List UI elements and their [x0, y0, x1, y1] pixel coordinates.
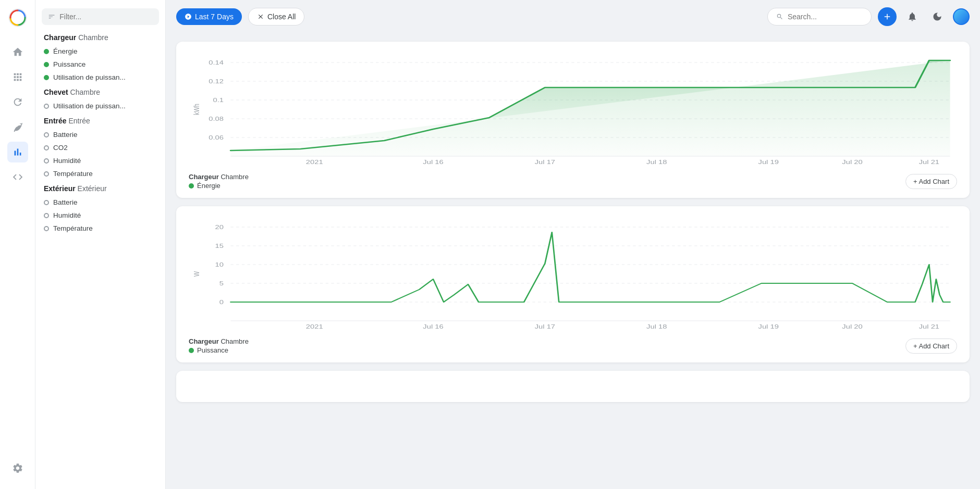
app-logo[interactable] — [8, 8, 27, 29]
chart-legend-energie: Chargeur Chambre Énergie — [189, 173, 249, 190]
chart-device-label: Chargeur Chambre — [189, 173, 249, 181]
svg-text:10: 10 — [215, 261, 224, 268]
chart-footer-energie: Chargeur Chambre Énergie + Add Chart — [189, 173, 957, 190]
item-dot — [44, 158, 49, 164]
sidebar-item-batterie[interactable]: Batterie — [44, 196, 157, 209]
item-label: Température — [53, 170, 93, 178]
sidebar-group-chevet: Chevet ChambreUtilisation de puissan... — [35, 88, 165, 112]
sidebar-group-extérieur: Extérieur ExtérieurBatterieHumiditéTempé… — [35, 184, 165, 235]
puissance-chart-svg: 20 15 10 5 0 W 2021 Jul 16 Jul 17 Jul 18… — [189, 217, 957, 331]
sidebar-item-batterie[interactable]: Batterie — [44, 128, 157, 141]
item-dot — [44, 171, 49, 177]
nav-automation[interactable] — [7, 92, 28, 112]
svg-text:Jul 17: Jul 17 — [535, 159, 555, 166]
last7days-label: Last 7 Days — [195, 12, 234, 21]
item-label: Énergie — [53, 47, 78, 55]
nav-settings[interactable] — [7, 458, 28, 479]
item-label: Température — [53, 224, 93, 232]
chart-card-stub — [176, 371, 970, 402]
item-dot — [44, 104, 49, 109]
add-chart-button-1[interactable]: + Add Chart — [905, 174, 957, 189]
sidebar: Chargeur ChambreÉnergiePuissanceUtilisat… — [35, 0, 166, 489]
nav-code[interactable] — [7, 167, 28, 187]
chart-metric-label: Énergie — [189, 182, 249, 190]
svg-text:2021: 2021 — [306, 323, 323, 330]
item-label: CO2 — [53, 144, 68, 152]
legend-dot-green — [189, 183, 194, 189]
svg-text:0.08: 0.08 — [209, 116, 224, 122]
nav-rail — [0, 0, 35, 489]
theme-toggle-button[interactable] — [928, 7, 947, 26]
sidebar-group-title: Chevet Chambre — [44, 88, 157, 96]
svg-text:0.14: 0.14 — [209, 59, 224, 66]
sidebar-group-title: Chargeur Chambre — [44, 33, 157, 42]
sidebar-group-title: Entrée Entrée — [44, 117, 157, 125]
sidebar-item-puissance[interactable]: Puissance — [44, 58, 157, 71]
item-label: Utilisation de puissan... — [53, 73, 126, 81]
item-label: Humidité — [53, 211, 81, 219]
charts-area: 0.14 0.12 0.1 0.08 0.06 kWh 2021 Jul 16 … — [166, 33, 980, 489]
item-label: Utilisation de puissan... — [53, 102, 126, 110]
item-dot — [44, 200, 49, 205]
svg-text:Jul 16: Jul 16 — [423, 159, 443, 166]
chart-device-label-2: Chargeur Chambre — [189, 337, 249, 345]
sidebar-item-co2[interactable]: CO2 — [44, 141, 157, 154]
search-input[interactable] — [788, 12, 863, 21]
chart-card-puissance: 20 15 10 5 0 W 2021 Jul 16 Jul 17 Jul 18… — [176, 206, 970, 362]
search-icon — [776, 12, 783, 21]
energie-chart-svg: 0.14 0.12 0.1 0.08 0.06 kWh 2021 Jul 16 … — [189, 52, 957, 167]
item-dot — [44, 75, 49, 80]
last7days-button[interactable]: Last 7 Days — [176, 8, 242, 25]
svg-text:Jul 16: Jul 16 — [423, 323, 443, 330]
item-label: Batterie — [53, 198, 78, 206]
chart-canvas-energie: 0.14 0.12 0.1 0.08 0.06 kWh 2021 Jul 16 … — [189, 52, 957, 167]
nav-insights[interactable] — [7, 142, 28, 162]
svg-text:Jul 21: Jul 21 — [919, 323, 939, 330]
item-dot — [44, 49, 49, 54]
nav-home[interactable] — [7, 42, 28, 62]
svg-text:Jul 18: Jul 18 — [646, 159, 667, 166]
item-dot — [44, 145, 49, 151]
svg-text:Jul 20: Jul 20 — [842, 159, 862, 166]
item-label: Batterie — [53, 131, 78, 139]
add-button[interactable] — [878, 7, 897, 26]
item-dot — [44, 226, 49, 231]
filter-input[interactable] — [59, 12, 153, 21]
svg-text:Jul 17: Jul 17 — [535, 323, 555, 330]
sidebar-filter[interactable] — [42, 8, 159, 25]
sidebar-item-humidité[interactable]: Humidité — [44, 154, 157, 167]
avatar[interactable] — [953, 8, 970, 25]
add-chart-button-2[interactable]: + Add Chart — [905, 338, 957, 354]
sidebar-group-title: Extérieur Extérieur — [44, 184, 157, 193]
svg-text:W: W — [192, 271, 201, 277]
sidebar-item-température[interactable]: Température — [44, 167, 157, 180]
svg-point-0 — [9, 9, 26, 26]
sidebar-group-chargeur: Chargeur ChambreÉnergiePuissanceUtilisat… — [35, 33, 165, 84]
nav-leaf[interactable] — [7, 117, 28, 137]
item-label: Humidité — [53, 157, 81, 165]
item-dot — [44, 132, 49, 137]
sidebar-item-utilisation-de-puissan...[interactable]: Utilisation de puissan... — [44, 71, 157, 84]
item-dot — [44, 213, 49, 218]
sidebar-item-énergie[interactable]: Énergie — [44, 45, 157, 58]
svg-text:Jul 18: Jul 18 — [646, 323, 667, 330]
notifications-button[interactable] — [903, 7, 922, 26]
close-all-label: Close All — [267, 12, 296, 21]
search-box[interactable] — [767, 8, 872, 26]
sidebar-item-utilisation-de-puissan...[interactable]: Utilisation de puissan... — [44, 99, 157, 112]
svg-text:kWh: kWh — [192, 104, 201, 115]
chart-card-energie: 0.14 0.12 0.1 0.08 0.06 kWh 2021 Jul 16 … — [176, 42, 970, 198]
svg-text:2021: 2021 — [306, 159, 323, 166]
svg-text:Jul 19: Jul 19 — [758, 159, 779, 166]
svg-text:15: 15 — [215, 243, 224, 249]
svg-text:0: 0 — [219, 299, 224, 306]
chart-canvas-puissance: 20 15 10 5 0 W 2021 Jul 16 Jul 17 Jul 18… — [189, 217, 957, 331]
nav-apps[interactable] — [7, 67, 28, 87]
legend-dot-green-2 — [189, 348, 194, 353]
sidebar-item-humidité[interactable]: Humidité — [44, 209, 157, 222]
sidebar-item-température[interactable]: Température — [44, 222, 157, 235]
topbar: Last 7 Days Close All — [166, 0, 980, 33]
item-label: Puissance — [53, 60, 85, 68]
chart-footer-puissance: Chargeur Chambre Puissance + Add Chart — [189, 337, 957, 354]
close-all-button[interactable]: Close All — [248, 8, 304, 26]
